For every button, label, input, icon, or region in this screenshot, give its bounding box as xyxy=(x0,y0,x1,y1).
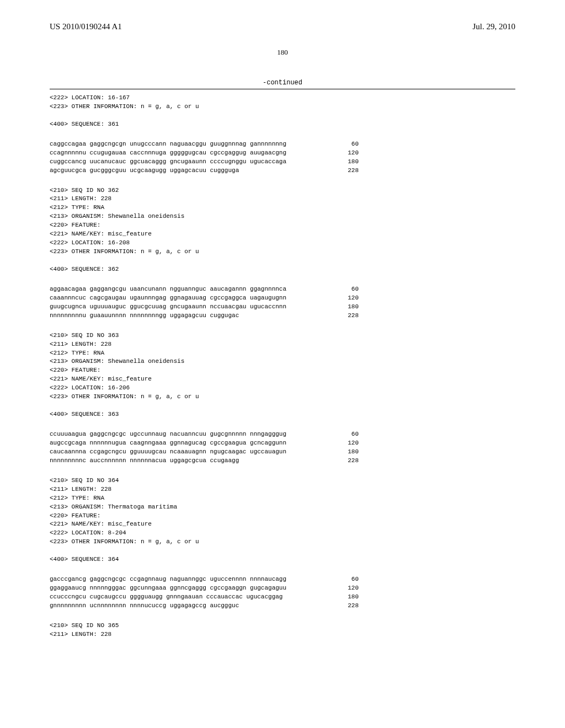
seq-text: ccuuuaagua gaggcngcgc ugccunnaug nacuann… xyxy=(50,430,286,439)
seq-pos: 120 xyxy=(337,584,359,593)
seq-text: gnnnnnnnnn ucnnnnnnnn nnnnucuccg uggagag… xyxy=(50,602,239,611)
seq-pos: 228 xyxy=(337,602,359,611)
seq-363-meta: <210> SEQ ID NO 363 <211> LENGTH: 228 <2… xyxy=(50,331,515,419)
seq-pos: 180 xyxy=(337,593,359,602)
seq-text: guugcugnca uguuuauguc ggucgcuuag gncugaa… xyxy=(50,303,286,312)
seq-text: ccucccngcu cugcaugccu gggguaugg gnnngaau… xyxy=(50,593,282,602)
seq-362-rows: aggaacagaa gaggangcgu uaancunann ngguann… xyxy=(50,285,515,320)
seq-pos: 228 xyxy=(337,312,359,320)
seq-text: caggccagaa gaggcngcgn unugcccann naguaac… xyxy=(50,140,286,149)
seq-pos: 180 xyxy=(337,303,359,312)
seq-row: ccagnnnnnu ccugugauaa caccnnnuga gggggug… xyxy=(50,149,359,158)
seq-361-rows: caggccagaa gaggcngcgn unugcccann naguaac… xyxy=(50,140,515,175)
seq-row: gacccgancg gaggcngcgc ccgagnnaug naguann… xyxy=(50,575,359,584)
publication-date: Jul. 29, 2010 xyxy=(472,22,515,31)
publication-number: US 2010/0190244 A1 xyxy=(50,22,122,31)
seq-row: guugcugnca uguuuauguc ggucgcuuag gncugaa… xyxy=(50,303,359,312)
seq-row: cuggccancg uucanucauc ggcuacaggg gncugaa… xyxy=(50,158,359,167)
seq-text: nnnnnnnnnc auccnnnnnn nnnnnnacua uggagcg… xyxy=(50,457,239,465)
seq-text: agcguucgca gucgggcguu ucgcaagugg uggagca… xyxy=(50,167,239,175)
seq-text: ggaggaaucg nnnnngggac ggcunngaaa ggnncga… xyxy=(50,584,286,593)
seq-row: ccucccngcu cugcaugccu gggguaugg gnnngaau… xyxy=(50,593,359,602)
seq-pos: 60 xyxy=(337,140,359,149)
seq-text: cuggccancg uucanucauc ggcuacaggg gncugaa… xyxy=(50,158,286,167)
seq-row: caaannncuc cagcgaugau ugaunnngag ggnagau… xyxy=(50,294,359,303)
seq-364-rows: gacccgancg gaggcngcgc ccgagnnaug naguann… xyxy=(50,575,515,611)
seq-row: ggaggaaucg nnnnngggac ggcunngaaa ggnncga… xyxy=(50,584,359,593)
seq-pos: 60 xyxy=(337,575,359,584)
seq-text: nnnnnnnnnu guaauunnnn nnnnnnnngg uggagag… xyxy=(50,312,239,320)
seq-text: caucaannna ccgagcngcu gguuuugcau ncaaaua… xyxy=(50,448,286,457)
seq-row: agcguucgca gucgggcguu ucgcaagugg uggagca… xyxy=(50,167,359,175)
page-number: 180 xyxy=(50,48,515,57)
seq-row: ccuuuaagua gaggcngcgc ugccunnaug nacuann… xyxy=(50,430,359,439)
seq-pos: 228 xyxy=(337,167,359,175)
seq-pos: 120 xyxy=(337,439,359,448)
seq-pos: 180 xyxy=(337,448,359,457)
seq-text: caaannncuc cagcgaugau ugaunnngag ggnagau… xyxy=(50,294,286,303)
seq-pos: 180 xyxy=(337,158,359,167)
seq-text: aggaacagaa gaggangcgu uaancunann ngguann… xyxy=(50,285,286,294)
seq-row: caggccagaa gaggcngcgn unugcccann naguaac… xyxy=(50,140,359,149)
seq-361-pre-meta: <222> LOCATION: 16-167 <223> OTHER INFOR… xyxy=(50,94,515,129)
seq-365-meta: <210> SEQ ID NO 365 <211> LENGTH: 228 xyxy=(50,622,515,639)
page: US 2010/0190244 A1 Jul. 29, 2010 180 -co… xyxy=(0,0,565,728)
seq-362-meta: <210> SEQ ID NO 362 <211> LENGTH: 228 <2… xyxy=(50,186,515,274)
seq-363-rows: ccuuuaagua gaggcngcgc ugccunnaug nacuann… xyxy=(50,430,515,465)
seq-364-meta: <210> SEQ ID NO 364 <211> LENGTH: 228 <2… xyxy=(50,477,515,564)
seq-row: gnnnnnnnnn ucnnnnnnnn nnnnucuccg uggagag… xyxy=(50,602,359,611)
seq-pos: 120 xyxy=(337,149,359,158)
seq-row: augccgcaga nnnnnnugua caagnngaaa ggnnagu… xyxy=(50,439,359,448)
seq-pos: 60 xyxy=(337,430,359,439)
seq-text: augccgcaga nnnnnnugua caagnngaaa ggnnagu… xyxy=(50,439,286,448)
seq-row: nnnnnnnnnc auccnnnnnn nnnnnnacua uggagcg… xyxy=(50,457,359,465)
seq-row: caucaannna ccgagcngcu gguuuugcau ncaaaua… xyxy=(50,448,359,457)
seq-pos: 120 xyxy=(337,294,359,303)
seq-row: aggaacagaa gaggangcgu uaancunann ngguann… xyxy=(50,285,359,294)
divider xyxy=(50,89,515,89)
seq-pos: 228 xyxy=(337,457,359,465)
seq-text: ccagnnnnnu ccugugauaa caccnnnuga gggggug… xyxy=(50,149,286,158)
header: US 2010/0190244 A1 Jul. 29, 2010 xyxy=(50,22,515,31)
seq-text: gacccgancg gaggcngcgc ccgagnnaug naguann… xyxy=(50,575,286,584)
continued-label: -continued xyxy=(50,79,515,87)
seq-pos: 60 xyxy=(337,285,359,294)
seq-row: nnnnnnnnnu guaauunnnn nnnnnnnngg uggagag… xyxy=(50,312,359,320)
